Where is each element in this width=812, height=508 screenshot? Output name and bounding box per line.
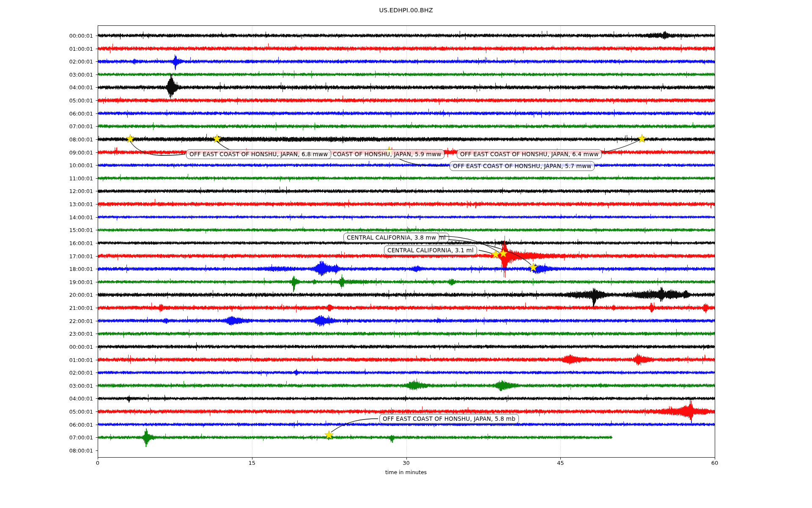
y-tick-label: 02:00:01 [50, 370, 93, 376]
y-tick-label: 20:00:01 [50, 292, 93, 298]
y-tick-label: 11:00:01 [50, 175, 93, 181]
y-tick-label: 03:00:01 [50, 382, 93, 389]
y-tick-label: 03:00:01 [50, 71, 93, 77]
y-tick-label: 06:00:01 [50, 110, 93, 116]
y-tick-label: 13:00:01 [50, 201, 93, 207]
y-tick-label: 17:00:01 [50, 253, 93, 259]
y-tick-label: 10:00:01 [50, 162, 93, 168]
event-label-california_31: CENTRAL CALIFORNIA, 3.1 ml [384, 246, 477, 255]
y-tick-label: 00:00:01 [50, 343, 93, 350]
y-tick-label: 12:00:01 [50, 188, 93, 194]
y-tick-label: 04:00:01 [50, 395, 93, 402]
seismogram-dayplot: US.EDHPI.00.BHZ time in minutes 00:00:01… [0, 0, 812, 508]
y-tick-label: 04:00:01 [50, 84, 93, 91]
x-tick-label: 45 [557, 460, 564, 466]
y-tick-label: 05:00:01 [50, 97, 93, 104]
y-tick-label: 14:00:01 [50, 214, 93, 220]
y-tick-label: 01:00:01 [50, 356, 93, 363]
x-tick-label: 15 [248, 460, 255, 466]
y-tick-label: 06:00:01 [50, 421, 93, 428]
y-tick-label: 07:00:01 [50, 434, 93, 441]
plot-title: US.EDHPI.00.BHZ [379, 7, 433, 14]
y-tick-label: 18:00:01 [50, 266, 93, 272]
event-label-honshu_64: OFF EAST COAST OF HONSHU, JAPAN, 6.4 mww [457, 149, 602, 159]
y-tick-label: 22:00:01 [50, 318, 93, 324]
y-tick-label: 19:00:01 [50, 279, 93, 285]
x-tick-label: 30 [403, 460, 410, 466]
x-tick-label: 60 [711, 460, 719, 466]
y-tick-label: 16:00:01 [50, 240, 93, 246]
y-tick-label: 02:00:01 [50, 58, 93, 65]
x-tick-label: 0 [96, 460, 99, 466]
y-tick-label: 01:00:01 [50, 45, 93, 52]
y-tick-label: 09:00:01 [50, 149, 93, 155]
y-tick-label: 21:00:01 [50, 305, 93, 311]
y-tick-label: 08:00:01 [50, 136, 93, 142]
y-tick-label: 00:00:01 [50, 33, 93, 39]
event-label-honshu_68: OFF EAST COAST OF HONSHU, JAPAN, 6.8 mww [186, 149, 331, 159]
event-label-honshu_58: OFF EAST COAST OF HONSHU, JAPAN, 5.8 mb [379, 414, 519, 424]
y-tick-label: 05:00:01 [50, 408, 93, 414]
y-tick-label: 07:00:01 [50, 123, 93, 130]
event-label-honshu_57: OFF EAST COAST OF HONSHU, JAPAN, 5.7 mww [450, 161, 595, 171]
event-label-california_38: CENTRAL CALIFORNIA, 3.8 mw [343, 233, 439, 243]
y-tick-label: 08:00:01 [50, 447, 93, 453]
y-tick-label: 15:00:01 [50, 227, 93, 233]
x-axis-title: time in minutes [385, 469, 427, 475]
y-tick-label: 23:00:01 [50, 331, 93, 337]
